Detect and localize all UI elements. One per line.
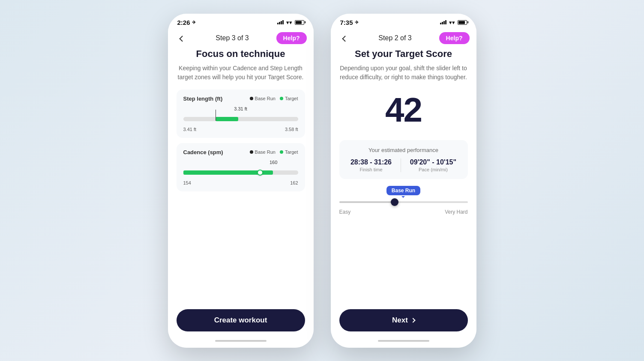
create-workout-button[interactable]: Create workout [177, 309, 305, 331]
target-score: 42 [339, 90, 468, 130]
status-bar-1: 2:26 ✈ ▾▾ [168, 14, 314, 28]
cadence-labels: 154 162 [183, 180, 298, 185]
home-indicator-1 [168, 336, 314, 348]
nav-bar-2: Step 2 of 3 Help? [331, 28, 476, 48]
cadence-track [183, 170, 298, 175]
nav-bar-1: Step 3 of 3 Help? [168, 28, 314, 48]
help-button-1[interactable]: Help? [276, 32, 307, 44]
marker-line [216, 110, 216, 121]
signal-icon-2 [440, 20, 446, 24]
cadence-card: Cadence (spm) Base Run Target 160 [177, 143, 305, 191]
signal-icon-1 [277, 20, 284, 24]
slider-tooltip-area: Base Run [339, 186, 468, 195]
back-button-2[interactable] [338, 31, 351, 45]
screen-title-1: Focus on technique [177, 48, 305, 60]
legend-target-dot-2 [280, 150, 283, 154]
slider-fill [339, 201, 395, 203]
phone-2-footer: Next [331, 305, 476, 336]
next-label: Next [392, 316, 408, 325]
back-button-1[interactable] [175, 31, 189, 45]
step-min-label: 3.41 ft [183, 127, 197, 132]
legend-target-dot-1 [280, 97, 283, 100]
screen-content-1: Focus on technique Keeping within your C… [168, 48, 314, 305]
status-time-1: 2:26 ✈ [177, 19, 196, 26]
home-bar-1 [215, 340, 267, 342]
status-icons-1: ▾▾ [277, 19, 304, 26]
screen-subtitle-2: Depending upon your goal, shift the slid… [339, 64, 468, 82]
cadence-header: Cadence (spm) Base Run Target [183, 149, 298, 155]
phone-1-footer: Create workout [168, 305, 314, 336]
cadence-min-label: 154 [183, 180, 191, 185]
step-length-labels: 3.41 ft 3.58 ft [183, 127, 298, 132]
slider-hard-label: Very Hard [445, 209, 467, 215]
slider-easy-label: Easy [339, 209, 351, 215]
slider-thumb[interactable] [391, 198, 398, 206]
back-chevron-icon-1 [179, 36, 185, 42]
step-label-2: Step 2 of 3 [378, 34, 411, 42]
legend-base-run-1: Base Run [250, 96, 276, 101]
phone-1: 2:26 ✈ ▾▾ Step 3 of 3 Help? Focus on tec… [168, 14, 314, 348]
battery-icon-2 [458, 20, 467, 25]
screen-title-2: Set your Target Score [339, 48, 468, 60]
step-length-bar[interactable] [183, 113, 298, 125]
slider-labels: Easy Very Hard [339, 209, 468, 215]
performance-title: Your estimated performance [346, 147, 461, 153]
screen-subtitle-1: Keeping within your Cadence and Step Len… [177, 64, 305, 82]
status-icons-2: ▾▾ [440, 19, 467, 26]
cadence-above-value: 160 [183, 160, 298, 165]
difficulty-slider-section: Base Run Easy Very Hard [339, 186, 468, 215]
legend-base-run-2: Base Run [250, 149, 276, 155]
legend-target-2: Target [280, 149, 298, 155]
slider-track-wrap[interactable] [339, 199, 468, 206]
battery-icon-1 [295, 20, 304, 25]
back-chevron-icon-2 [342, 36, 348, 42]
status-bar-2: 7:35 ✈ ▾▾ [331, 14, 476, 28]
cadence-max-label: 162 [290, 180, 298, 185]
step-length-fill [216, 117, 239, 121]
step-max-label: 3.58 ft [285, 127, 298, 132]
cadence-title: Cadence (spm) [183, 149, 223, 155]
legend-base-dot-2 [250, 150, 253, 154]
phone-2: 7:35 ✈ ▾▾ Step 2 of 3 Help? Set your Tar… [331, 14, 476, 348]
finish-time-item: 28:38 - 31:26 Finish time [350, 158, 392, 172]
legend-base-dot-1 [250, 97, 253, 100]
step-length-header: Step length (ft) Base Run Target [183, 95, 298, 102]
pace-value: 09'20" - 10'15" [410, 158, 456, 166]
perf-divider [401, 158, 401, 172]
step-label-1: Step 3 of 3 [216, 34, 249, 42]
step-length-legend: Base Run Target [250, 96, 298, 101]
next-chevron-icon [410, 318, 415, 322]
performance-grid: 28:38 - 31:26 Finish time 09'20" - 10'15… [346, 158, 461, 172]
step-length-title: Step length (ft) [183, 95, 223, 102]
step-length-track [183, 117, 298, 121]
legend-target-1: Target [280, 96, 298, 101]
pace-label: Pace (min/mi) [410, 167, 456, 172]
location-icon-1: ✈ [192, 20, 196, 25]
slider-track[interactable] [339, 201, 468, 203]
home-bar-2 [378, 340, 429, 342]
cadence-thumb[interactable] [257, 170, 263, 176]
slider-tooltip-bubble: Base Run [386, 186, 420, 195]
step-length-card: Step length (ft) Base Run Target 3.31 ft [177, 90, 305, 138]
screen-content-2: Set your Target Score Depending upon you… [331, 48, 476, 305]
wifi-icon-2: ▾▾ [449, 19, 455, 26]
home-indicator-2 [331, 336, 476, 348]
finish-time-label: Finish time [350, 167, 392, 172]
pace-item: 09'20" - 10'15" Pace (min/mi) [410, 158, 456, 172]
finish-time-value: 28:38 - 31:26 [350, 158, 392, 166]
next-button[interactable]: Next [339, 309, 468, 331]
cadence-legend: Base Run Target [250, 149, 298, 155]
cadence-bar[interactable] [183, 167, 298, 179]
step-above-value: 3.31 ft [183, 106, 298, 111]
status-time-2: 7:35 ✈ [340, 19, 359, 26]
help-button-2[interactable]: Help? [439, 32, 470, 44]
performance-card: Your estimated performance 28:38 - 31:26… [339, 140, 468, 179]
wifi-icon-1: ▾▾ [286, 19, 292, 26]
location-icon-2: ✈ [355, 20, 359, 25]
step-length-marker [216, 110, 216, 121]
